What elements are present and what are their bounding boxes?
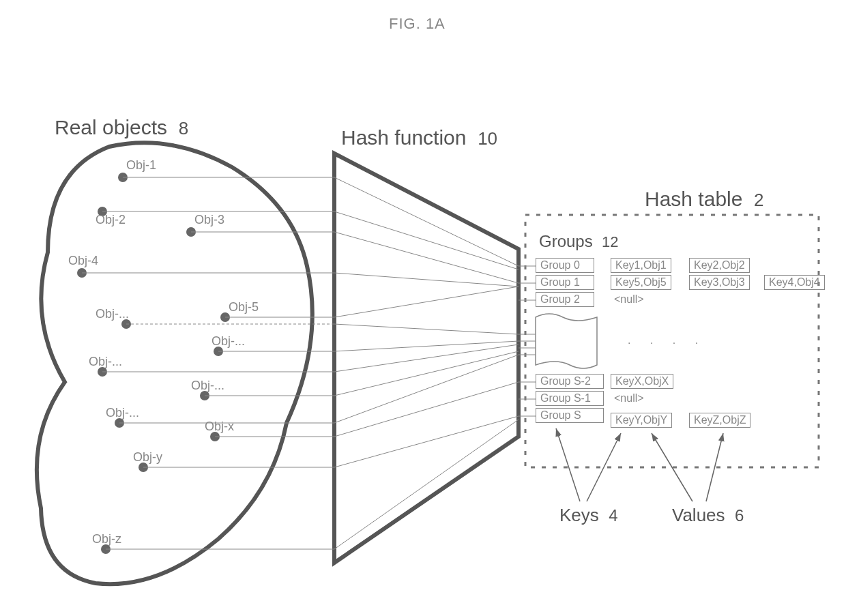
hf-4 bbox=[334, 273, 519, 287]
groupS1-null: <null> bbox=[614, 392, 644, 405]
hf-3 bbox=[334, 232, 519, 283]
group-1-box: Group 1 bbox=[536, 275, 594, 290]
obj3-label: Obj-3 bbox=[194, 213, 224, 227]
obj5-label: Obj-5 bbox=[229, 300, 259, 314]
kv-keyz: KeyZ,ObjZ bbox=[689, 413, 750, 428]
hf-7 bbox=[334, 341, 519, 351]
ellipsis-dots: . . . . bbox=[628, 334, 706, 347]
group-s-box: Group S bbox=[536, 408, 604, 423]
objy-label: Obj-y bbox=[133, 450, 162, 465]
obje5-label: Obj-... bbox=[106, 406, 139, 420]
kv-keyy: KeyY,ObjY bbox=[611, 413, 672, 428]
objz-label: Obj-z bbox=[92, 532, 121, 546]
obje2-label: Obj-... bbox=[212, 334, 245, 349]
arrow-keys-1 bbox=[556, 428, 580, 501]
group2-null: <null> bbox=[614, 293, 644, 306]
group-2-box: Group 2 bbox=[536, 292, 594, 307]
kv-key3: Key3,Obj3 bbox=[689, 275, 750, 290]
kv-key4: Key4,Obj4 bbox=[764, 275, 825, 290]
group-s2-box: Group S-2 bbox=[536, 374, 604, 389]
hf-1 bbox=[334, 177, 519, 266]
kv-key1: Key1,Obj1 bbox=[611, 258, 671, 273]
hf-13 bbox=[334, 420, 519, 549]
obj2-label: Obj-2 bbox=[96, 213, 126, 227]
hf-5 bbox=[334, 287, 519, 317]
group-s1-box: Group S-1 bbox=[536, 391, 604, 406]
arrow-keys-2 bbox=[587, 433, 621, 501]
obje1-label: Obj-... bbox=[96, 307, 129, 321]
kv-key2: Key2,Obj2 bbox=[689, 258, 750, 273]
obj1-label: Obj-1 bbox=[126, 158, 156, 173]
hf-12 bbox=[334, 416, 519, 467]
hf-11 bbox=[334, 382, 519, 437]
hf-2 bbox=[334, 211, 519, 269]
hf-6 bbox=[334, 324, 519, 334]
group-break-shape bbox=[536, 314, 597, 368]
obje4-label: Obj-... bbox=[191, 379, 224, 393]
objx-label: Obj-x bbox=[205, 420, 234, 434]
group-0-box: Group 0 bbox=[536, 258, 594, 273]
obje3-label: Obj-... bbox=[89, 355, 122, 369]
obj4-label: Obj-4 bbox=[68, 254, 98, 268]
cloud-outline bbox=[37, 143, 312, 584]
kv-key5: Key5,Obj5 bbox=[611, 275, 671, 290]
kv-keyx: KeyX,ObjX bbox=[611, 374, 673, 389]
